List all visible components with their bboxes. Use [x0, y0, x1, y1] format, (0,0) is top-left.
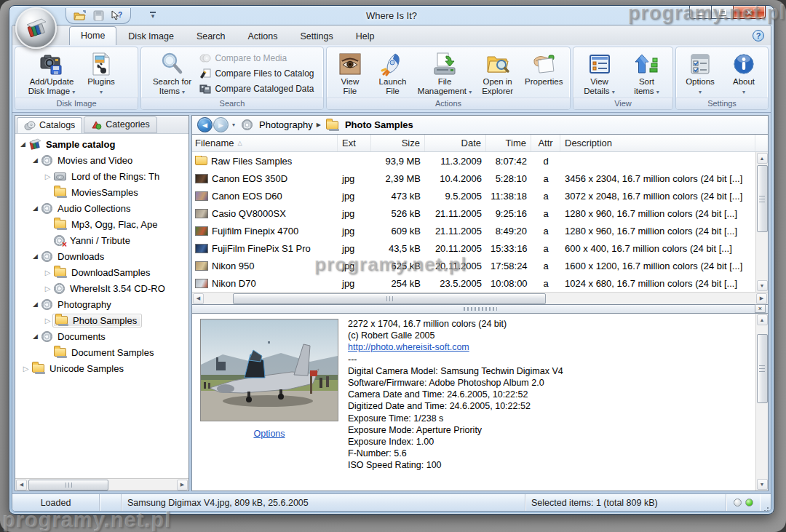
- maximize-button[interactable]: [711, 6, 733, 19]
- tree-item-sample-catalog[interactable]: ◢ Sample catalog: [15, 136, 188, 152]
- tab-catalogs[interactable]: Catalogs: [17, 117, 82, 133]
- titlebar[interactable]: Where Is It? × ? ▾: [12, 6, 771, 25]
- tree-item-mp3-ogg-flac-ape[interactable]: Mp3, Ogg, Flac, Ape: [15, 216, 188, 232]
- about-button[interactable]: About▾: [722, 49, 766, 98]
- scroll-right-icon[interactable]: ▶: [177, 480, 188, 491]
- options-button[interactable]: Options▾: [678, 49, 722, 98]
- preview-vertical-scrollbar[interactable]: ▲ ▼: [755, 314, 768, 491]
- expanded-icon[interactable]: ◢: [31, 205, 40, 212]
- tree-item-audio-collections[interactable]: ◢ Audio Collections: [15, 200, 188, 216]
- table-row[interactable]: Casio QV8000SX jpg526 kB 21.11.20059:25:…: [192, 205, 755, 222]
- tree-item-downloads[interactable]: ◢ Downloads: [15, 248, 188, 264]
- column-header-ext[interactable]: Ext: [338, 135, 371, 151]
- minimize-button[interactable]: [689, 6, 711, 19]
- tab-search[interactable]: Search: [186, 28, 237, 45]
- expanded-icon[interactable]: ◢: [18, 140, 28, 148]
- view-details-button[interactable]: ViewDetails ▾: [576, 49, 623, 98]
- scrollbar-thumb[interactable]: [757, 165, 768, 232]
- tab-categories[interactable]: Categories: [84, 116, 156, 133]
- view-file-button[interactable]: ViewFile: [329, 49, 371, 97]
- tree-item-document-samples[interactable]: Document Samples: [15, 344, 188, 360]
- close-preview-button[interactable]: ×: [755, 304, 766, 313]
- expanded-icon[interactable]: ◢: [31, 301, 40, 308]
- table-row[interactable]: Canon EOS D60 jpg473 kB 9.5.200511:38:18…: [192, 187, 755, 205]
- open-in-explorer-button[interactable]: Open inExplorer: [475, 49, 520, 97]
- plugins-button[interactable]: Plugins▾: [76, 49, 126, 98]
- back-button[interactable]: ◀: [197, 117, 213, 132]
- scroll-right-icon[interactable]: ▶: [756, 293, 767, 304]
- search-for-items-button[interactable]: Search forItems ▾: [147, 49, 196, 98]
- scroll-down-icon[interactable]: ▼: [757, 479, 768, 490]
- column-header-date[interactable]: Date: [425, 135, 486, 151]
- preview-splitter[interactable]: ×: [191, 305, 769, 313]
- scrollbar-thumb[interactable]: [28, 480, 108, 491]
- tab-disk-image[interactable]: Disk Image: [117, 28, 185, 45]
- collapsed-icon[interactable]: ▷: [21, 365, 31, 373]
- expanded-icon[interactable]: ◢: [31, 333, 40, 340]
- scroll-up-icon[interactable]: ▲: [757, 153, 768, 164]
- column-header-description[interactable]: Description: [560, 135, 755, 151]
- tree-item-unicode-samples[interactable]: ▷ Unicode Samples: [15, 360, 188, 376]
- tree-horizontal-scrollbar[interactable]: ◀ ▶: [15, 478, 188, 491]
- collapsed-icon[interactable]: ▷: [43, 317, 52, 325]
- breadcrumb-item-photography[interactable]: Photography: [259, 119, 313, 130]
- tree-item-movies-and-video[interactable]: ◢ Movies and Video: [15, 152, 188, 168]
- expanded-icon[interactable]: ◢: [31, 253, 40, 260]
- tree-item-moviessamples[interactable]: MoviesSamples: [15, 184, 188, 200]
- scroll-up-icon[interactable]: ▲: [757, 314, 768, 325]
- tab-home[interactable]: Home: [69, 26, 116, 45]
- tree-item-yanni-tribute[interactable]: Yanni / Tribute: [15, 232, 188, 248]
- breadcrumb-item-photo-samples[interactable]: Photo Samples: [345, 119, 413, 130]
- tab-help[interactable]: Help: [345, 28, 386, 45]
- expanded-icon[interactable]: ◢: [31, 156, 40, 164]
- add-update-disk-image-button[interactable]: Add/UpdateDisk Image ▾: [27, 49, 76, 98]
- tab-actions[interactable]: Actions: [237, 28, 288, 45]
- table-row[interactable]: Fujifilm Finepix 4700 jpg609 kB 21.11.20…: [192, 222, 755, 239]
- table-row[interactable]: Raw Files Samples 93,9 MB 11.3.20098:07:…: [192, 152, 755, 170]
- scroll-left-icon[interactable]: ◀: [16, 480, 27, 491]
- properties-button[interactable]: Properties: [520, 49, 568, 87]
- tree-item-documents[interactable]: ◢ Documents: [15, 328, 188, 344]
- table-row[interactable]: Nikon D70 jpg254 kB 23.5.200510:08:00 a1…: [192, 274, 755, 292]
- tree-item-whereisit-cdrom[interactable]: ▷ WhereIsIt 3.54 CD-RO: [15, 280, 188, 296]
- history-dropdown-icon[interactable]: ▾: [232, 122, 235, 128]
- tree-item-lord-of-the-rings[interactable]: ▷ Lord of the Rings: Th: [15, 168, 188, 184]
- collapsed-icon[interactable]: ▷: [43, 269, 52, 277]
- scroll-left-icon[interactable]: ◀: [193, 293, 204, 304]
- launch-file-button[interactable]: LaunchFile: [371, 49, 415, 97]
- tree-item-photography[interactable]: ◢ Photography: [15, 296, 188, 312]
- preview-info-link[interactable]: http://photo.whereisit-soft.com: [348, 341, 753, 353]
- tab-settings[interactable]: Settings: [289, 28, 344, 45]
- save-button[interactable]: [91, 9, 106, 23]
- table-row[interactable]: Nikon 950 jpg625 kB 20.11.200517:58:24 a…: [192, 257, 755, 274]
- table-row[interactable]: FujiFilm FinePix S1 Pro jpg43,5 kB 20.11…: [192, 239, 755, 257]
- sort-items-button[interactable]: Sortitems ▾: [623, 49, 670, 98]
- compare-cataloged-data-button[interactable]: Compare Cataloged Data: [196, 81, 317, 96]
- application-button[interactable]: [15, 7, 57, 49]
- customize-qat-button[interactable]: ▾: [147, 10, 159, 22]
- scrollbar-thumb[interactable]: [757, 334, 768, 403]
- open-catalog-button[interactable]: [73, 9, 87, 23]
- help-icon[interactable]: ?: [753, 30, 764, 41]
- context-help-button[interactable]: ?: [109, 9, 124, 23]
- file-management-button[interactable]: FileManagement ▾: [414, 49, 475, 98]
- table-row[interactable]: Canon EOS 350D jpg2,39 MB 10.4.20065:28:…: [192, 170, 755, 187]
- tree-item-downloadsamples[interactable]: ▷ DownloadSamples: [15, 264, 188, 280]
- column-header-attr[interactable]: Attr: [531, 135, 560, 151]
- compare-files-to-catalog-button[interactable]: Compare Files to Catalog: [196, 65, 317, 81]
- preview-options-link[interactable]: Options: [253, 429, 285, 439]
- column-header-time[interactable]: Time: [486, 135, 531, 151]
- close-button[interactable]: ×: [733, 6, 766, 19]
- file-list-vertical-scrollbar[interactable]: ▲ ▼: [755, 152, 768, 292]
- collapsed-icon[interactable]: ▷: [43, 172, 52, 180]
- forward-button[interactable]: ▶: [213, 117, 229, 132]
- scrollbar-thumb[interactable]: [233, 293, 546, 304]
- column-header-filename[interactable]: Filename△: [192, 135, 338, 151]
- collapsed-icon[interactable]: ▷: [43, 285, 52, 293]
- tree-item-photo-samples[interactable]: ▷ Photo Samples: [15, 312, 188, 328]
- file-list-horizontal-scrollbar[interactable]: ◀ ▶: [192, 292, 768, 304]
- splitter-grip[interactable]: [464, 307, 497, 311]
- resize-grip[interactable]: [760, 494, 771, 511]
- column-header-size[interactable]: Size: [371, 135, 425, 151]
- scroll-down-icon[interactable]: ▼: [757, 280, 768, 291]
